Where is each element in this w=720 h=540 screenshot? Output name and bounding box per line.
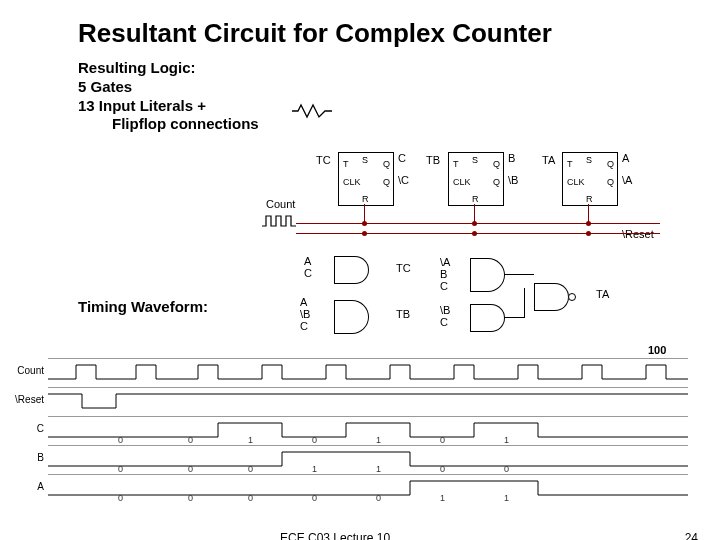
bubble-icon	[568, 293, 576, 301]
reset-label: \Reset	[622, 228, 654, 240]
wire-node	[472, 231, 477, 236]
ff-pin-s: S	[362, 155, 368, 165]
footer-lecture: ECE C03 Lecture 10	[280, 531, 390, 540]
ff-pin-clk: CLK	[453, 177, 471, 187]
ff-tb-name: TB	[426, 154, 440, 166]
ff-tc-name: TC	[316, 154, 331, 166]
ff-pin-r: R	[362, 194, 369, 204]
or-gate-ta	[534, 283, 569, 311]
wire	[504, 317, 524, 318]
ff-pin-r: R	[472, 194, 479, 204]
ff-pin-t: T	[453, 159, 459, 169]
ff-pin-q: Q	[383, 159, 390, 169]
timing-row-count: Count	[48, 358, 688, 387]
wave-icon	[48, 363, 688, 381]
wire	[364, 204, 365, 224]
wire-node	[362, 231, 367, 236]
bullet-heading: Resulting Logic:	[78, 59, 720, 78]
ff-ta-q: A	[622, 152, 629, 164]
gate-tb-inputs: A \B C	[300, 296, 310, 332]
gate-tc-inputs: A C	[304, 255, 312, 279]
page-title: Resultant Circuit for Complex Counter	[78, 18, 720, 49]
wire	[524, 288, 525, 318]
wire	[296, 223, 660, 224]
timing-row-a: A 0 0 0 0 0 1 1	[48, 474, 688, 503]
ff-pin-s: S	[586, 155, 592, 165]
and-gate-ta2	[470, 304, 505, 332]
ff-tc-q: C	[398, 152, 406, 164]
wire	[504, 274, 534, 275]
and-gate-ta1	[470, 258, 505, 292]
bullet-2: 13 Input Literals +	[78, 97, 720, 116]
wire	[588, 204, 589, 224]
gate-ta-output: TA	[596, 288, 609, 300]
ff-tb-q: B	[508, 152, 515, 164]
ff-pin-r: R	[586, 194, 593, 204]
ff-ta-qbar: \A	[622, 174, 632, 186]
ff-tb-qbar: \B	[508, 174, 518, 186]
timing-waveform: 100 Count \Reset C 0 0 1 0 1 0 1 B 0 0 0…	[48, 358, 688, 528]
resulting-logic-block: Resulting Logic: 5 Gates 13 Input Litera…	[78, 59, 720, 134]
ff-pin-clk: CLK	[343, 177, 361, 187]
wave-icon	[48, 421, 688, 439]
ff-pin-qbar: Q	[383, 177, 390, 187]
flipflop-ta: T S Q CLK Q R	[562, 152, 618, 206]
wave-icon	[48, 392, 688, 410]
ff-pin-t: T	[343, 159, 349, 169]
count-label: Count	[266, 198, 295, 210]
resistor-icon	[292, 104, 332, 118]
flipflop-tc: T S Q CLK Q R	[338, 152, 394, 206]
bullet-3: Flipflop connections	[112, 115, 720, 134]
page-number: 24	[685, 531, 698, 540]
ff-pin-q: Q	[493, 159, 500, 169]
ff-ta-name: TA	[542, 154, 555, 166]
ff-pin-qbar: Q	[493, 177, 500, 187]
ff-pin-q: Q	[607, 159, 614, 169]
timing-heading: Timing Waveform:	[78, 298, 208, 315]
ff-pin-clk: CLK	[567, 177, 585, 187]
ff-pin-t: T	[567, 159, 573, 169]
ff-pin-qbar: Q	[607, 177, 614, 187]
gate-tb-output: TB	[396, 308, 410, 320]
timing-row-reset: \Reset	[48, 387, 688, 416]
timing-row-c: C 0 0 1 0 1 0 1	[48, 416, 688, 445]
gate-tc-output: TC	[396, 262, 411, 274]
and-gate-tc	[334, 256, 369, 284]
wire	[474, 204, 475, 224]
gate-ta2-inputs: \B C	[440, 304, 450, 328]
flipflop-tb: T S Q CLK Q R	[448, 152, 504, 206]
wave-icon	[48, 450, 688, 468]
timing-100-label: 100	[648, 344, 666, 356]
bullet-1: 5 Gates	[78, 78, 720, 97]
wave-icon	[48, 479, 688, 497]
timing-row-b: B 0 0 0 1 1 0 0	[48, 445, 688, 474]
wire	[296, 233, 660, 234]
wire-node	[586, 231, 591, 236]
ff-pin-s: S	[472, 155, 478, 165]
pulse-icon	[262, 214, 296, 228]
and-gate-tb	[334, 300, 369, 334]
gate-ta1-inputs: \A B C	[440, 256, 450, 292]
ff-tc-qbar: \C	[398, 174, 409, 186]
